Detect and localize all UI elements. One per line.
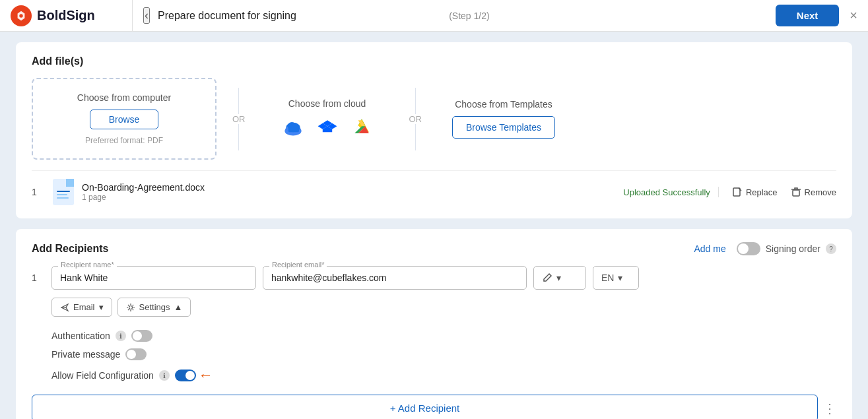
google-drive-icon[interactable] <box>350 115 374 139</box>
action-select[interactable]: ▾ <box>533 266 586 290</box>
step-indicator: (Step 1/2) <box>449 11 489 21</box>
add-me-button[interactable]: Add me <box>694 243 725 254</box>
preferred-format: Preferred format: PDF <box>85 136 163 145</box>
add-files-card: Add file(s) Choose from computer Browse … <box>16 42 852 218</box>
send-icon <box>60 303 69 312</box>
google-cloud-icon[interactable] <box>281 115 305 139</box>
settings-button[interactable]: Settings ▲ <box>117 298 191 317</box>
authentication-help-icon[interactable]: ℹ <box>116 331 126 341</box>
chevron-down-icon: ▾ <box>556 273 561 283</box>
signing-order-toggle[interactable] <box>737 242 760 255</box>
uploaded-file-row: 1 On-Boarding-Agreement.docx 1 page Uplo… <box>32 170 836 205</box>
file-number: 1 <box>32 187 45 197</box>
allow-field-help-icon[interactable]: ℹ <box>159 370 170 381</box>
pen-icon <box>542 273 552 283</box>
name-input-group: Recipient name* <box>51 266 256 290</box>
templates-label: Choose from Templates <box>455 99 552 110</box>
svg-point-29 <box>129 306 132 309</box>
file-upload-row: Choose from computer Browse Preferred fo… <box>32 78 836 160</box>
page-title: Prepare document for signing <box>158 10 444 22</box>
add-recipient-row: + Add Recipient ⋮ <box>32 395 836 419</box>
browse-templates-button[interactable]: Browse Templates <box>452 116 555 139</box>
add-recipient-button[interactable]: + Add Recipient <box>32 395 818 419</box>
replace-button[interactable]: Replace <box>732 187 778 197</box>
allow-field-label: Allow Field Configuration <box>51 370 154 381</box>
recipient-row-1: 1 Recipient name* Recipient email* <box>32 266 836 384</box>
email-input-group: Recipient email* <box>263 266 527 290</box>
logo-text: BoldSign <box>37 8 95 23</box>
or-divider-1: OR <box>217 88 261 150</box>
private-message-row: Private message <box>51 348 836 360</box>
authentication-toggle[interactable] <box>131 330 152 342</box>
settings-btn-label: Settings <box>139 302 170 312</box>
signing-order-control: Signing order ? <box>737 242 836 255</box>
logo-area: BoldSign <box>11 0 133 31</box>
cloud-upload-section: Choose from cloud <box>261 98 393 139</box>
lang-chevron-icon: ▾ <box>618 273 622 283</box>
svg-rect-24 <box>57 197 69 199</box>
email-method-button[interactable]: Email ▾ <box>51 298 112 317</box>
recipient-controls: Email ▾ Settings ▲ <box>51 298 836 317</box>
recipients-card: Add Recipients Add me Signing order ? 1 … <box>16 229 852 419</box>
recipient-email-label: Recipient email* <box>269 261 327 269</box>
settings-panel: Authentication ℹ Private message <box>51 322 836 384</box>
allow-field-toggle[interactable] <box>175 370 196 381</box>
email-btn-label: Email <box>73 302 95 312</box>
svg-rect-21 <box>66 179 74 187</box>
recipient-inputs: Recipient name* Recipient email* ▾ <box>51 266 836 290</box>
or-divider-2: OR <box>393 88 438 150</box>
email-chevron-icon: ▾ <box>99 302 104 312</box>
svg-rect-25 <box>733 188 740 196</box>
authentication-row: Authentication ℹ <box>51 330 836 342</box>
file-name: On-Boarding-Agreement.docx <box>82 182 615 193</box>
file-info: On-Boarding-Agreement.docx 1 page <box>82 182 615 202</box>
dropbox-icon[interactable] <box>316 115 339 139</box>
file-actions: Replace Remove <box>718 187 836 197</box>
svg-rect-7 <box>288 127 298 132</box>
trash-icon <box>791 187 801 197</box>
private-message-label: Private message <box>51 349 120 360</box>
browse-button[interactable]: Browse <box>90 110 159 129</box>
computer-label: Choose from computer <box>77 92 171 103</box>
app-header: BoldSign ‹ Prepare document for signing … <box>0 0 868 32</box>
annotation-arrow: ← <box>199 367 213 384</box>
next-button[interactable]: Next <box>776 5 840 26</box>
file-icon <box>53 179 74 205</box>
recipient-name-label: Recipient name* <box>58 261 117 269</box>
cloud-icons <box>281 115 374 139</box>
add-files-title: Add file(s) <box>32 55 836 67</box>
back-button[interactable]: ‹ <box>143 7 150 24</box>
close-button[interactable]: × <box>850 8 857 23</box>
replace-icon <box>732 187 743 197</box>
remove-button[interactable]: Remove <box>791 187 836 197</box>
recipient-fields: Recipient name* Recipient email* ▾ <box>51 266 836 384</box>
language-value: EN <box>601 273 614 283</box>
recipients-title: Add Recipients <box>32 243 694 255</box>
file-pages: 1 page <box>82 193 615 202</box>
authentication-label: Authentication <box>51 331 110 341</box>
private-message-toggle[interactable] <box>125 348 147 360</box>
svg-point-0 <box>19 14 22 17</box>
signing-order-label: Signing order <box>766 243 820 254</box>
recipients-header: Add Recipients Add me Signing order ? <box>32 242 836 255</box>
upload-status: Uploaded Successfully <box>623 187 710 197</box>
main-content: Add file(s) Choose from computer Browse … <box>0 32 868 419</box>
svg-rect-26 <box>793 190 799 196</box>
recipient-name-input[interactable] <box>51 266 256 290</box>
recipient-number: 1 <box>32 273 45 283</box>
arrow-container: ← <box>175 367 213 384</box>
signing-order-help-icon[interactable]: ? <box>826 243 836 254</box>
cloud-label: Choose from cloud <box>288 98 366 109</box>
recipient-email-input[interactable] <box>263 266 527 290</box>
logo-icon <box>11 5 32 26</box>
language-select[interactable]: EN ▾ <box>593 266 639 290</box>
settings-gear-icon <box>126 303 135 312</box>
svg-rect-22 <box>57 191 70 192</box>
more-options-button[interactable]: ⋮ <box>823 401 836 416</box>
svg-rect-23 <box>57 194 67 195</box>
templates-section: Choose from Templates Browse Templates <box>438 99 570 139</box>
computer-upload-box: Choose from computer Browse Preferred fo… <box>32 78 217 160</box>
allow-field-row: Allow Field Configuration ℹ ← <box>51 367 836 384</box>
settings-chevron-icon: ▲ <box>174 302 183 312</box>
